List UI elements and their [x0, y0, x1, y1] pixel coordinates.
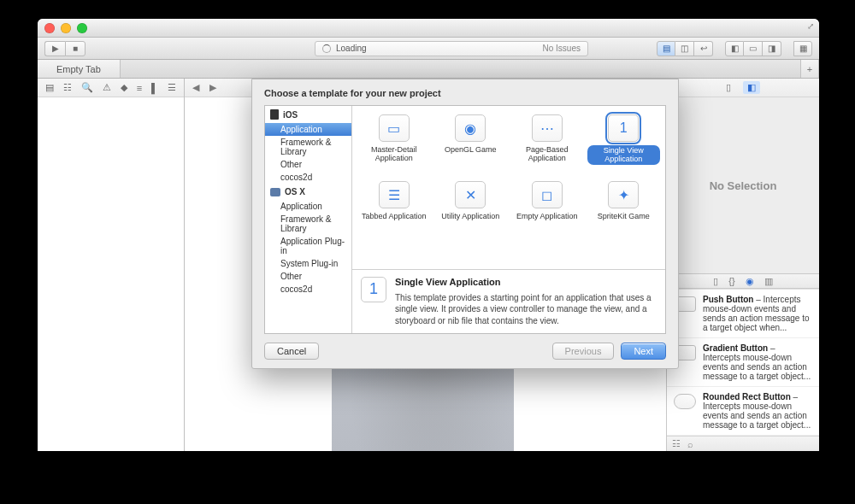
category-item[interactable]: Other [265, 158, 351, 171]
category-item[interactable]: Application [265, 200, 351, 213]
category-item[interactable]: Other [265, 270, 351, 283]
close-icon[interactable] [44, 23, 55, 33]
jump-forward-icon[interactable]: ▶ [207, 82, 219, 93]
library-item-title: Rounded Rect Button [703, 392, 791, 401]
organizer-button-group: ▦ [793, 41, 812, 56]
toggle-navigator-button[interactable]: ◧ [725, 41, 744, 56]
standard-editor-button[interactable]: ▤ [657, 41, 675, 56]
toggle-debug-button[interactable]: ▭ [744, 41, 763, 56]
symbol-navigator-icon[interactable]: ☷ [63, 82, 72, 93]
jump-back-icon[interactable]: ◀ [190, 82, 202, 93]
breakpoint-navigator-icon[interactable]: ▌ [151, 83, 158, 93]
template-category-list: iOS Application Framework & Library Othe… [265, 106, 352, 333]
navigator-panel: ▤ ☷ 🔍 ⚠ ◆ ≡ ▌ ☰ [38, 79, 185, 451]
rounded-rect-button-thumb [674, 394, 696, 409]
minimize-icon[interactable] [61, 23, 71, 33]
sheet-title: Choose a template for your new project [252, 79, 678, 105]
code-snippet-library-icon[interactable]: {} [728, 276, 734, 286]
template-tabbed[interactable]: ☰Tabbed Application [356, 178, 433, 244]
debug-navigator-icon[interactable]: ≡ [137, 83, 142, 93]
category-item[interactable]: Application Plug-in [265, 235, 351, 257]
library-footer: ☷ ⌕ [667, 436, 819, 451]
template-detail-desc: This template provides a starting point … [395, 292, 657, 327]
template-detail-icon: 1 [361, 277, 386, 302]
template-icon: ▭ [379, 114, 410, 142]
navigator-selector: ▤ ☷ 🔍 ⚠ ◆ ≡ ▌ ☰ [38, 79, 184, 97]
cancel-button[interactable]: Cancel [264, 343, 319, 360]
template-name: OpenGL Game [445, 145, 497, 154]
category-item[interactable]: Framework & Library [265, 213, 351, 235]
library-filter-icon[interactable]: ⌕ [687, 439, 693, 449]
platform-ios-header[interactable]: iOS [265, 106, 351, 123]
toolbar: ▶ ■ Loading No Issues ▤ ◫ ↩ ◧ ▭ ◨ ▦ [38, 38, 819, 60]
status-issues: No Issues [543, 44, 581, 53]
list-item[interactable]: Push Button – Intercepts mouse-down even… [667, 290, 819, 338]
organizer-button[interactable]: ▦ [793, 41, 812, 56]
category-item[interactable]: Application [265, 123, 351, 136]
category-item[interactable]: cocos2d [265, 283, 351, 296]
next-button[interactable]: Next [621, 343, 666, 360]
template-empty[interactable]: ◻Empty Application [509, 178, 586, 244]
test-navigator-icon[interactable]: ◆ [121, 82, 127, 93]
library-item-desc: Intercepts mouse-down events and sends a… [703, 353, 811, 381]
category-item[interactable]: Framework & Library [265, 136, 351, 158]
tab-bar: Empty Tab + [38, 60, 819, 79]
template-icon: ⋯ [532, 114, 563, 142]
media-library-icon[interactable]: ▥ [764, 276, 773, 287]
template-opengl-game[interactable]: ◉OpenGL Game [433, 111, 510, 178]
issue-navigator-icon[interactable]: ⚠ [103, 82, 111, 93]
file-inspector-icon[interactable]: ▯ [726, 82, 731, 93]
platform-label: iOS [283, 110, 298, 120]
library-item-title: Gradient Button [703, 343, 768, 353]
toggle-utilities-button[interactable]: ◨ [763, 41, 781, 56]
platform-osx-header[interactable]: OS X [265, 184, 351, 200]
inspector-selector: ▯ ◧ [667, 79, 819, 97]
list-item[interactable]: Rounded Rect Button – Intercepts mouse-d… [667, 387, 819, 436]
stop-button[interactable]: ■ [65, 41, 86, 56]
no-selection-label: No Selection [667, 97, 819, 273]
mac-icon [270, 188, 280, 196]
search-navigator-icon[interactable]: 🔍 [81, 82, 93, 93]
add-tab-button[interactable]: + [800, 60, 819, 78]
template-detail-title: Single View Application [395, 277, 657, 287]
template-utility[interactable]: ✕Utility Application [433, 178, 510, 244]
template-name: Master-Detail Application [357, 145, 431, 163]
previous-button[interactable]: Previous [552, 343, 615, 360]
template-master-detail[interactable]: ▭Master-Detail Application [356, 111, 433, 178]
quick-help-inspector-icon[interactable]: ◧ [743, 81, 760, 94]
library-item-desc: Intercepts mouse-down events and sends a… [703, 401, 811, 430]
template-page-based[interactable]: ⋯Page-Based Application [509, 111, 586, 178]
template-grid: ▭Master-Detail Application ◉OpenGL Game … [352, 106, 665, 269]
category-item[interactable]: System Plug-in [265, 257, 351, 270]
template-name: Single View Application [587, 145, 661, 165]
template-name: Utility Application [441, 212, 499, 220]
log-navigator-icon[interactable]: ☰ [168, 82, 176, 93]
template-single-view[interactable]: 1Single View Application [586, 111, 663, 178]
assistant-editor-button[interactable]: ◫ [675, 41, 694, 56]
category-item[interactable]: cocos2d [265, 171, 351, 184]
template-name: Empty Application [516, 212, 578, 220]
template-icon: ✕ [455, 181, 486, 208]
xcode-window: ⤢ ▶ ■ Loading No Issues ▤ ◫ ↩ ◧ ▭ ◨ ▦ Em… [38, 19, 819, 451]
object-library-list[interactable]: Push Button – Intercepts mouse-down even… [667, 289, 819, 436]
status-text: Loading [336, 44, 367, 53]
fullscreen-icon[interactable]: ⤢ [807, 21, 814, 31]
traffic-lights [44, 23, 87, 33]
library-selector: ▯ {} ◉ ▥ [667, 273, 819, 289]
version-editor-button[interactable]: ↩ [694, 41, 713, 56]
template-icon: ☰ [379, 181, 410, 208]
run-button[interactable]: ▶ [44, 41, 65, 56]
list-item[interactable]: Gradient Button – Intercepts mouse-down … [667, 338, 819, 387]
object-library-icon[interactable]: ◉ [746, 276, 754, 287]
titlebar: ⤢ [38, 19, 819, 38]
template-icon: ✦ [608, 181, 639, 208]
file-template-library-icon[interactable]: ▯ [713, 276, 718, 287]
template-spritekit[interactable]: ✦SpriteKit Game [586, 178, 663, 244]
zoom-icon[interactable] [77, 23, 87, 33]
new-project-sheet: Choose a template for your new project i… [251, 79, 679, 369]
project-navigator-icon[interactable]: ▤ [45, 82, 54, 93]
activity-viewer: Loading No Issues [315, 41, 588, 56]
tab-empty[interactable]: Empty Tab [38, 60, 121, 78]
library-view-icon[interactable]: ☷ [672, 438, 681, 449]
platform-label: OS X [285, 187, 305, 196]
